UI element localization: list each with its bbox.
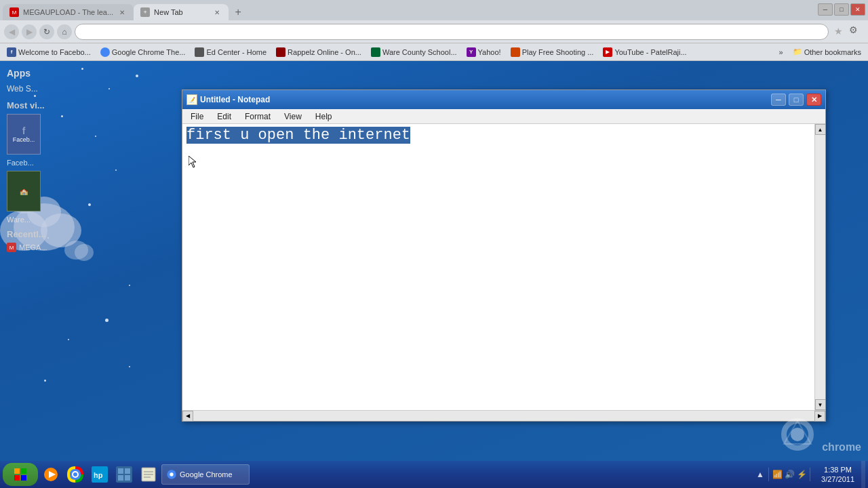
desktop: Apps Web S... Most vi... f Faceb... Face…: [0, 0, 868, 488]
folder-icon: 📁: [793, 47, 802, 56]
notepad-text-area[interactable]: first u open the internet: [182, 124, 814, 410]
taskbar: hp: [0, 461, 868, 488]
svg-rect-16: [118, 475, 123, 481]
browser-window-controls: ─ □ ✕: [818, 3, 865, 16]
tray-expand-icon[interactable]: ▲: [755, 469, 766, 480]
notepad-horizontal-scrollbar[interactable]: ◀ ▶: [182, 410, 825, 421]
hscroll-left-button[interactable]: ◀: [182, 411, 193, 422]
tab-newtab[interactable]: + New Tab ✕: [134, 4, 229, 20]
notepad-vertical-scrollbar[interactable]: ▲ ▼: [814, 124, 825, 410]
web-store-item[interactable]: Web S...: [7, 84, 176, 94]
browser-maximize-button[interactable]: □: [834, 3, 849, 16]
start-button[interactable]: [3, 463, 38, 486]
chrome-taskbar-svg: [67, 466, 83, 483]
taskbar-app-chrome[interactable]: Google Chrome: [161, 464, 250, 485]
ware-thumbnail[interactable]: 🏫: [7, 171, 41, 211]
taskbar-app-chrome-icon: [166, 469, 177, 480]
bookmark-wareschool[interactable]: Ware County School...: [367, 46, 461, 58]
tab-megaupload-close[interactable]: ✕: [117, 7, 127, 17]
star: [129, 366, 130, 367]
notepad-format-menu[interactable]: Format: [239, 110, 276, 123]
notepad-view-menu[interactable]: View: [279, 110, 307, 123]
clock-time: 1:38 PM: [824, 465, 852, 474]
taskbar-chrome-icon[interactable]: [64, 463, 87, 486]
svg-rect-5: [21, 475, 26, 481]
bookmark-facebook-favicon: f: [7, 47, 16, 57]
add-tab-button[interactable]: +: [230, 4, 246, 20]
address-bar[interactable]: [75, 24, 829, 40]
tray-power-icon[interactable]: ⚡: [796, 469, 807, 480]
notepad-help-menu[interactable]: Help: [310, 110, 338, 123]
tray-divider2: [810, 468, 810, 481]
svg-rect-2: [14, 468, 20, 474]
bookmark-rappelz-favicon: [276, 47, 285, 57]
bookmark-google-chrome[interactable]: Google Chrome The...: [96, 46, 190, 58]
tab-newtab-close[interactable]: ✕: [212, 7, 222, 17]
thumbnail-row: f Faceb...: [7, 114, 176, 155]
notepad-minimize-button[interactable]: ─: [771, 94, 786, 106]
bookmark-facebook-label: Welcome to Facebo...: [18, 48, 91, 56]
taskbar-media-player-icon[interactable]: [39, 463, 62, 486]
bookmarks-bar: f Welcome to Facebo... Google Chrome The…: [0, 43, 868, 61]
notepad-menu-bar: File Edit Format View Help: [182, 109, 825, 124]
tab-megaupload[interactable]: M MEGAUPLOAD - The lea... ✕: [3, 4, 134, 20]
bookmark-edcenter[interactable]: Ed Center - Home: [191, 46, 271, 58]
forward-button[interactable]: ▶: [22, 24, 37, 39]
windows-logo: [14, 468, 26, 481]
bookmark-yahoo-label: Yahoo!: [478, 48, 501, 56]
bookmark-google-label: Google Chrome The...: [112, 48, 186, 56]
star: [129, 285, 130, 286]
bookmark-youtube[interactable]: ▶ YouTube - PatelRaji...: [599, 46, 690, 58]
svg-rect-15: [125, 468, 130, 474]
notepad-close-button[interactable]: ✕: [806, 94, 821, 106]
selected-text: first u open the internet: [186, 127, 410, 144]
taskbar-notepad-icon[interactable]: [137, 463, 160, 486]
ware-label: Ware...: [7, 216, 176, 224]
bookmark-youtube-favicon: ▶: [603, 47, 612, 57]
taskbar-apps-area: Google Chrome: [161, 464, 751, 485]
notepad-edit-menu[interactable]: Edit: [212, 110, 237, 123]
tray-divider: [768, 468, 769, 481]
hp-svg: hp: [92, 466, 108, 483]
bookmark-shooting[interactable]: Play Free Shooting ...: [507, 46, 598, 58]
svg-rect-17: [125, 475, 130, 481]
tab-megaupload-label: MEGAUPLOAD - The lea...: [23, 8, 113, 16]
scrollbar-down-button[interactable]: ▼: [815, 399, 826, 410]
wrench-menu-button[interactable]: ⚙: [849, 24, 864, 39]
bookmark-youtube-label: YouTube - PatelRaji...: [614, 48, 686, 56]
browser-close-button[interactable]: ✕: [850, 3, 865, 16]
star: [68, 339, 69, 340]
notepad-maximize-button[interactable]: □: [789, 94, 804, 106]
facebook-thumb-label: Faceb...: [13, 136, 35, 143]
notepad-file-menu[interactable]: File: [185, 110, 209, 123]
bookmark-star-button[interactable]: ★: [834, 26, 846, 38]
hscroll-track[interactable]: [193, 411, 814, 421]
bookmark-yahoo[interactable]: Y Yahoo!: [462, 46, 505, 58]
browser-window: M MEGAUPLOAD - The lea... ✕ + New Tab ✕ …: [0, 0, 868, 61]
browser-minimize-button[interactable]: ─: [818, 3, 833, 16]
show-desktop-button[interactable]: [861, 461, 865, 488]
tray-volume-icon[interactable]: 🔊: [784, 469, 795, 480]
notepad-svg: [140, 466, 157, 483]
bookmark-facebook[interactable]: f Welcome to Facebo...: [3, 46, 95, 58]
notepad-title-bar[interactable]: 📝 Untitled - Notepad ─ □ ✕: [182, 90, 825, 109]
browser-title-bar: M MEGAUPLOAD - The lea... ✕ + New Tab ✕ …: [0, 0, 868, 20]
bookmark-rappelz-label: Rappelz Online - On...: [288, 48, 361, 56]
scrollbar-track[interactable]: [815, 135, 825, 399]
recently-closed-item[interactable]: M MEGA...: [7, 243, 176, 252]
taskbar-hp-icon[interactable]: hp: [88, 463, 111, 486]
home-button[interactable]: ⌂: [57, 24, 72, 39]
other-bookmarks[interactable]: 📁 Other bookmarks: [789, 46, 865, 58]
bookmark-wareschool-favicon: [371, 47, 380, 57]
back-button[interactable]: ◀: [4, 24, 19, 39]
facebook-thumbnail[interactable]: f Faceb...: [7, 114, 41, 155]
bookmark-rappelz[interactable]: Rappelz Online - On...: [272, 46, 366, 58]
tray-network-icon[interactable]: 📶: [772, 469, 783, 480]
system-clock[interactable]: 1:38 PM 3/27/2011: [816, 465, 860, 485]
taskbar-app4-icon[interactable]: [113, 463, 136, 486]
scrollbar-up-button[interactable]: ▲: [815, 124, 826, 135]
bookmarks-more-button[interactable]: »: [775, 47, 787, 58]
notepad-title-text: Untitled - Notepad: [200, 95, 768, 104]
reload-button[interactable]: ↻: [39, 24, 54, 39]
newtab-panel: Apps Web S... Most vi... f Faceb... Face…: [0, 61, 183, 261]
